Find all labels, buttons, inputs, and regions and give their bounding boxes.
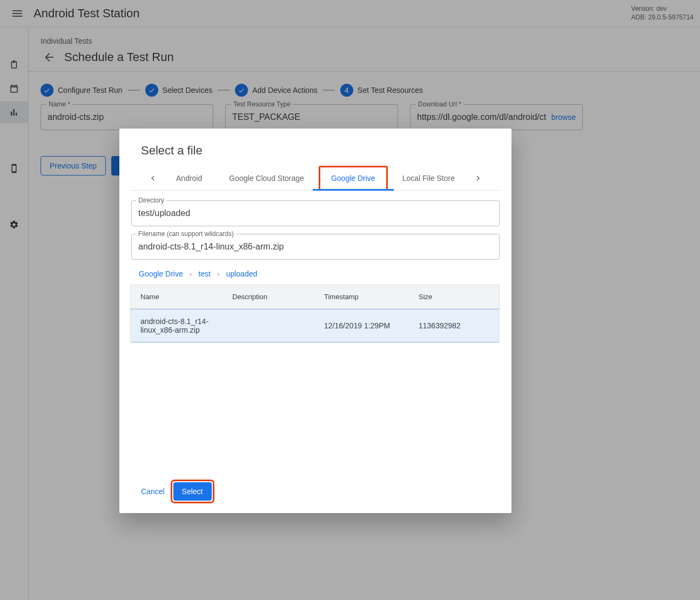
step-actions[interactable]: Add Device Actions [235,84,318,97]
hamburger-icon [11,7,24,20]
tab-google-cloud-storage[interactable]: Google Cloud Storage [217,166,316,190]
stepper: Configure Test Run Select Devices Add De… [29,72,700,104]
select-file-dialog: Select a file Android Google Cloud Stora… [119,129,511,513]
breadcrumb-link[interactable]: Google Drive [139,269,183,278]
directory-field[interactable]: Directory [131,200,500,226]
version-info: Version: dev ADB: 29.0.5-5975714 [631,5,694,22]
tab-scroll-left[interactable] [143,168,163,188]
step-number: 4 [340,84,353,97]
step-configure[interactable]: Configure Test Run [41,84,123,97]
breadcrumb: Individual Tests [41,37,688,45]
chevron-right-icon: › [217,269,220,278]
phone-icon [9,164,19,173]
tab-local-file-store[interactable]: Local File Store [391,166,467,190]
calendar-icon [9,84,19,93]
tab-android[interactable]: Android [164,166,214,190]
nav-results[interactable] [0,102,29,123]
step-devices[interactable]: Select Devices [145,84,213,97]
step-resources[interactable]: 4 Set Test Resources [340,84,423,97]
nav-settings[interactable] [0,214,29,235]
chevron-right-icon: › [190,269,192,278]
name-field[interactable]: Name * android-cts.zip [41,104,213,130]
previous-step-button[interactable]: Previous Step [41,156,106,176]
nav-devices[interactable] [0,158,29,179]
cancel-button[interactable]: Cancel [139,482,167,501]
file-table: Name Description Timestamp Size android-… [130,285,500,343]
page-title: Schedule a Test Run [64,50,174,64]
menu-button[interactable] [6,3,28,24]
filename-field[interactable]: Filename (can support wildcards) [131,234,500,260]
back-button[interactable] [41,49,58,66]
download-url-field[interactable]: Download Url * https://dl.google.com/dl/… [410,104,583,130]
filename-input[interactable] [138,242,493,252]
bar-chart-icon [9,107,19,117]
tab-google-drive[interactable]: Google Drive [319,166,387,190]
table-header: Name Description Timestamp Size [131,285,499,309]
arrow-left-icon [43,51,56,64]
resource-type-field[interactable]: Test Resource Type TEST_PACKAGE [225,104,398,130]
directory-input[interactable] [138,208,493,218]
gear-icon [9,220,19,230]
app-title: Android Test Station [33,6,140,21]
check-icon [145,84,158,97]
dialog-title: Select a file [119,144,511,166]
check-icon [235,84,248,97]
table-row[interactable]: android-cts-8.1_r14-linux_x86-arm.zip 12… [131,309,499,342]
breadcrumb-link[interactable]: test [198,269,211,278]
chevron-right-icon [473,173,483,183]
file-breadcrumbs: Google Drive › test › uploaded [131,267,500,285]
nav-tests[interactable] [0,54,29,76]
select-button[interactable]: Select [173,482,212,501]
breadcrumb-link[interactable]: uploaded [226,269,258,278]
chevron-left-icon [148,173,158,183]
browse-link[interactable]: browse [551,113,576,122]
tab-scroll-right[interactable] [468,168,488,188]
nav-schedules[interactable] [0,78,29,99]
clipboard-icon [9,60,19,70]
check-icon [41,84,53,97]
